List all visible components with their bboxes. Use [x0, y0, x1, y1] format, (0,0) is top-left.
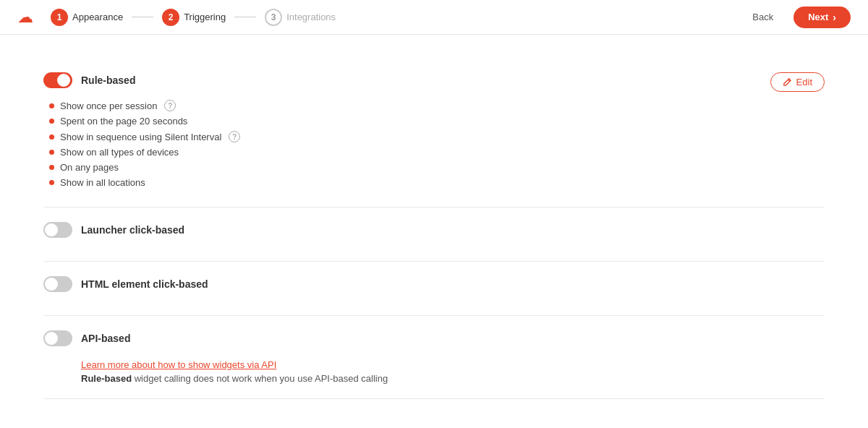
- list-item: Spent on the page 20 seconds: [49, 116, 770, 127]
- api-note-bold: Rule-based: [81, 373, 132, 384]
- bullet-icon: [49, 165, 54, 170]
- api-details: Learn more about how to show widgets via…: [43, 355, 825, 384]
- step-3-number: 3: [265, 9, 282, 26]
- list-item: Show once per session ?: [49, 100, 770, 111]
- rule-text: Spent on the page 20 seconds: [60, 116, 187, 127]
- launcher-toggle[interactable]: [43, 222, 72, 238]
- step-2-number: 2: [162, 9, 179, 26]
- step-group: 1 Appearance 2 Triggering 3 Integrations: [51, 9, 336, 26]
- step-2-label: Triggering: [184, 12, 226, 22]
- rule-based-section: Rule-based Show once per session ? Spent…: [43, 58, 825, 207]
- rule-based-toggle-row: Rule-based: [43, 72, 770, 88]
- next-label: Next: [808, 12, 828, 22]
- html-toggle-row: HTML element click-based: [43, 276, 825, 292]
- step-2[interactable]: 2 Triggering: [162, 9, 226, 26]
- main-content: Rule-based Show once per session ? Spent…: [0, 35, 868, 422]
- help-icon[interactable]: ?: [164, 100, 176, 111]
- list-item: Show in all locations: [49, 177, 770, 188]
- html-toggle-thumb: [45, 278, 58, 291]
- rule-list: Show once per session ? Spent on the pag…: [43, 100, 770, 192]
- html-toggle-track: [43, 276, 72, 292]
- api-toggle[interactable]: [43, 330, 72, 346]
- next-arrow-icon: ›: [833, 12, 836, 23]
- api-based-section: API-based Learn more about how to show w…: [43, 316, 825, 399]
- api-note: Rule-based widget calling does not work …: [81, 373, 825, 384]
- html-element-title: HTML element click-based: [81, 278, 208, 290]
- help-icon[interactable]: ?: [229, 131, 240, 142]
- api-toggle-track: [43, 330, 72, 346]
- api-toggle-row: API-based: [43, 330, 825, 346]
- list-item: Show on all types of devices: [49, 147, 770, 158]
- step-3-label: Integrations: [286, 12, 336, 22]
- api-learn-more-link[interactable]: Learn more about how to show widgets via…: [81, 359, 276, 370]
- launcher-title: Launcher click-based: [81, 224, 184, 236]
- html-element-section: HTML element click-based: [43, 262, 825, 316]
- html-element-toggle[interactable]: [43, 276, 72, 292]
- step-1-label: Appearance: [72, 12, 123, 22]
- step-1-number: 1: [51, 9, 68, 26]
- bullet-icon: [49, 134, 54, 140]
- launcher-toggle-thumb: [45, 223, 58, 236]
- rule-text: Show once per session: [60, 100, 157, 111]
- step-divider-2: [234, 17, 256, 17]
- bullet-icon: [49, 103, 54, 108]
- rule-text: Show on all types of devices: [60, 147, 179, 158]
- rule-text: Show in sequence using Silent Interval: [60, 132, 221, 142]
- rule-based-header-left: Rule-based Show once per session ? Spent…: [43, 72, 770, 192]
- api-note-rest: widget calling does not work when you us…: [132, 373, 388, 384]
- rule-based-title: Rule-based: [81, 74, 135, 86]
- rule-text: Show in all locations: [60, 177, 145, 188]
- rule-based-toggle-thumb: [57, 74, 70, 87]
- next-button[interactable]: Next ›: [793, 7, 851, 28]
- launcher-toggle-track: [43, 222, 72, 238]
- launcher-click-section: Launcher click-based: [43, 207, 825, 262]
- edit-button[interactable]: Edit: [770, 72, 825, 92]
- step-3[interactable]: 3 Integrations: [265, 9, 336, 26]
- step-1[interactable]: 1 Appearance: [51, 9, 123, 26]
- rule-based-toggle[interactable]: [43, 72, 72, 88]
- logo-icon: ☁: [17, 8, 33, 27]
- rule-based-toggle-track: [43, 72, 72, 88]
- edit-label: Edit: [796, 77, 812, 87]
- list-item: Show in sequence using Silent Interval ?: [49, 131, 770, 142]
- list-item: On any pages: [49, 162, 770, 173]
- header: ☁ 1 Appearance 2 Triggering 3 Integratio…: [0, 0, 868, 35]
- launcher-toggle-row: Launcher click-based: [43, 222, 825, 238]
- api-toggle-thumb: [45, 332, 58, 345]
- api-title: API-based: [81, 333, 130, 344]
- edit-icon: [783, 77, 792, 87]
- back-button[interactable]: Back: [744, 7, 782, 27]
- rule-based-header-row: Rule-based Show once per session ? Spent…: [43, 72, 825, 192]
- bullet-icon: [49, 180, 54, 185]
- bullet-icon: [49, 119, 54, 124]
- bullet-icon: [49, 150, 54, 155]
- step-divider-1: [132, 17, 153, 17]
- rule-text: On any pages: [60, 162, 119, 173]
